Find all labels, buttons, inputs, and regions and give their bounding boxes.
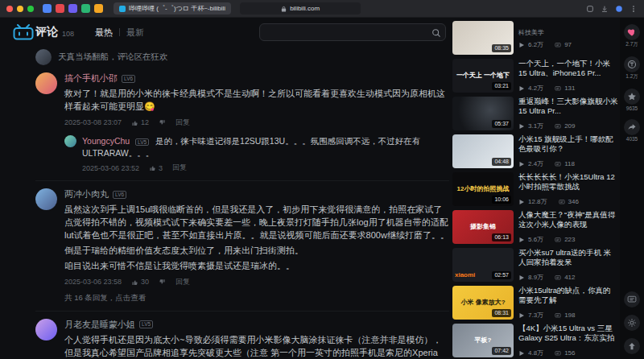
comment-username[interactable]: 两冲小肉丸 bbox=[64, 188, 109, 200]
comment-username[interactable]: 搞个手机小邵 bbox=[64, 72, 118, 85]
video-thumbnail[interactable]: 一个天上 一个地下 03:21 bbox=[452, 59, 514, 93]
avatar[interactable] bbox=[64, 135, 76, 147]
video-thumbnail[interactable]: 08:35 bbox=[452, 21, 514, 55]
danmaku-count: 209 bbox=[564, 122, 575, 130]
pinned-tab-icon[interactable] bbox=[56, 4, 64, 13]
comment-text: 咱目说出来可惜不信是让我觉得喷素摄是试还是瑞冰的。。 bbox=[64, 260, 449, 273]
comment: 两冲小肉丸 LV6 虽然这次到手上调15u哦很临断首的，但是我还是入了，初步用下… bbox=[35, 181, 449, 312]
profile-avatar[interactable] bbox=[615, 5, 623, 13]
play-count: 4.8万 bbox=[528, 349, 543, 357]
sort-new-tab[interactable]: 最新 bbox=[126, 27, 144, 39]
video-card[interactable]: 摄影集锦 06:13 人像大魔王？“夜神”是真值得 这次小米人像的表现 5.6万… bbox=[452, 210, 618, 244]
video-card[interactable]: 12小时的拍照挑战 10:06 长长长长长！小米15Ultra 12小时拍照零散… bbox=[452, 172, 618, 206]
danmaku-icon bbox=[559, 199, 565, 205]
video-card[interactable]: 05:37 重返巅峰！三大影像旗舰小米15 Ultra Pr... 3.1万 2… bbox=[452, 97, 618, 130]
rail-bottom-group bbox=[624, 291, 640, 354]
window-controls bbox=[6, 6, 34, 12]
like-button[interactable]: 30 bbox=[131, 278, 149, 286]
danmaku-icon bbox=[555, 312, 561, 319]
video-card[interactable]: 04:48 小米15 旗舰级上手！哪款配色最吸引你？ 2.4万 118 bbox=[452, 134, 618, 168]
play-icon bbox=[518, 42, 525, 48]
comment-search-input[interactable] bbox=[259, 23, 446, 41]
avatar[interactable] bbox=[35, 319, 57, 340]
video-thumbnail[interactable]: 平板? 07:42 bbox=[452, 324, 514, 357]
settings-button[interactable] bbox=[624, 315, 640, 331]
video-thumbnail[interactable]: 小米 像素放大? 08:31 bbox=[452, 286, 514, 320]
danmaku-icon bbox=[555, 274, 561, 281]
video-title[interactable]: 小米15ultra的缺点，你真的需要先了解 bbox=[518, 286, 618, 305]
video-title[interactable]: 人像大魔王？“夜神”是真值得 这次小米人像的表现 bbox=[518, 210, 618, 229]
view-more-replies[interactable]: 共 16 条回复，点击查看 bbox=[64, 293, 449, 303]
reply-meta: 2025-03-06 23:52 3 回复 bbox=[82, 163, 449, 173]
like-button[interactable]: 3 bbox=[149, 164, 163, 172]
danmaku-icon bbox=[555, 350, 561, 357]
video-stats: 6.2万 97 bbox=[518, 40, 618, 49]
coin-button[interactable]: 1.2万 bbox=[624, 56, 640, 80]
like-button[interactable]: 12 bbox=[131, 118, 149, 126]
window-close-button[interactable] bbox=[6, 6, 13, 12]
extensions-icon[interactable] bbox=[586, 5, 594, 13]
dislike-button[interactable] bbox=[159, 279, 166, 286]
comment-reply: YoungcyChu LV5 是的，徕卡味道记得是12SU跟13U。。。氛围感回… bbox=[64, 135, 449, 173]
video-title[interactable]: 一个天上，一个地下！小米15 Ultra、iPhone16 Pr... bbox=[518, 59, 618, 78]
comment-username[interactable]: 月老友是睡蒙小姐 bbox=[64, 319, 135, 331]
video-title[interactable]: 小米15 旗舰级上手！哪款配色最吸引你？ bbox=[518, 134, 618, 154]
comment-text: 救对了！就是用的小米的徕卡经典模式不是生动啊！之所以可能看着更喜欢生动模式因为原… bbox=[64, 88, 449, 113]
reply-button[interactable]: 回复 bbox=[172, 163, 187, 173]
avatar[interactable] bbox=[35, 49, 52, 65]
user-level-badge: LV6 bbox=[122, 75, 135, 83]
avatar[interactable] bbox=[35, 188, 57, 210]
thumbnail-text: 小米 像素放大? bbox=[452, 299, 514, 306]
avatar[interactable] bbox=[35, 72, 57, 94]
favorite-button[interactable]: 9635 bbox=[624, 89, 640, 111]
video-title[interactable]: 【4K】小米15 Ultra vs 三星Galaxy S25 Ultra：东京实… bbox=[518, 324, 618, 343]
heart-icon bbox=[627, 27, 637, 37]
sort-hot-tab[interactable]: 最热 bbox=[95, 27, 113, 39]
address-bar[interactable]: bilibili.com bbox=[240, 2, 361, 14]
pinned-tab-icon[interactable] bbox=[81, 4, 90, 13]
reply-username[interactable]: YoungcyChu bbox=[82, 136, 130, 146]
pinned-tab-icon[interactable] bbox=[43, 4, 52, 13]
video-thumbnail[interactable]: 摄影集锦 06:13 bbox=[452, 210, 514, 244]
reply-button[interactable]: 回复 bbox=[175, 118, 190, 128]
play-icon bbox=[518, 85, 525, 92]
video-thumbnail[interactable]: xiaomi 02:57 bbox=[452, 248, 514, 282]
gear-icon bbox=[627, 318, 637, 328]
video-stats: 8.9万 412 bbox=[518, 273, 618, 282]
video-card[interactable]: 一个天上 一个地下 03:21 一个天上，一个地下！小米15 Ultra、iPh… bbox=[452, 59, 618, 93]
active-tab[interactable]: 哔哩哔哩 (゜-゜)つロ 干杯~-bilibili bbox=[114, 2, 231, 14]
screen: 哔哩哔哩 (゜-゜)つロ 干杯~-bilibili bilibili.com 评… bbox=[0, 0, 644, 359]
window-maximize-button[interactable] bbox=[27, 6, 34, 12]
uploader-name[interactable]: 科技美学 bbox=[518, 28, 618, 37]
video-duration: 04:48 bbox=[492, 158, 511, 166]
comment-section: 评论 108 最热 最新 天真当场翻船，评论区在狂欢 bbox=[35, 23, 449, 359]
search-icon[interactable] bbox=[431, 27, 441, 41]
video-title[interactable]: 重返巅峰！三大影像旗舰小米15 Ultra Pr... bbox=[518, 97, 618, 116]
pinned-tab-icon[interactable] bbox=[68, 4, 77, 13]
share-button[interactable]: 4035 bbox=[624, 119, 640, 142]
window-minimize-button[interactable] bbox=[17, 6, 23, 12]
comment-meta: 2025-03-08 23:07 12 回复 bbox=[64, 118, 449, 128]
back-to-top-button[interactable] bbox=[624, 338, 640, 354]
bilibili-logo[interactable] bbox=[13, 24, 34, 40]
video-card[interactable]: 08:35 科技美学 6.2万 97 bbox=[452, 21, 618, 55]
video-thumbnail[interactable]: 05:37 bbox=[452, 97, 514, 130]
danmaku-toggle[interactable] bbox=[624, 291, 640, 307]
menu-icon[interactable] bbox=[630, 5, 638, 13]
video-thumbnail[interactable]: 12小时的拍照挑战 10:06 bbox=[452, 172, 514, 206]
play-count: 6.2万 bbox=[528, 40, 543, 49]
video-title[interactable]: 买小米su7 ultra送的手机 米人回家拍着发呆 bbox=[518, 248, 618, 267]
reply-button[interactable]: 回复 bbox=[175, 277, 190, 287]
pinned-tab-icon[interactable] bbox=[94, 4, 103, 13]
page-body: 评论 108 最热 最新 天真当场翻船，评论区在狂欢 bbox=[0, 18, 644, 359]
like-button[interactable]: 2.7万 bbox=[624, 24, 640, 48]
video-title[interactable]: 长长长长长！小米15Ultra 12小时拍照零散挑战 bbox=[518, 172, 618, 192]
dislike-button[interactable] bbox=[159, 119, 166, 126]
play-count: 7.3万 bbox=[528, 311, 543, 320]
video-card[interactable]: 平板? 07:42 【4K】小米15 Ultra vs 三星Galaxy S25… bbox=[452, 324, 618, 357]
video-card[interactable]: xiaomi 02:57 买小米su7 ultra送的手机 米人回家拍着发呆 8… bbox=[452, 248, 618, 282]
comment: 搞个手机小邵 LV6 救对了！就是用的小米的徕卡经典模式不是生动啊！之所以可能看… bbox=[35, 65, 449, 181]
downloads-icon[interactable] bbox=[601, 5, 609, 13]
video-card[interactable]: 小米 像素放大? 08:31 小米15ultra的缺点，你真的需要先了解 7.3… bbox=[452, 286, 618, 320]
video-thumbnail[interactable]: 04:48 bbox=[452, 134, 514, 168]
